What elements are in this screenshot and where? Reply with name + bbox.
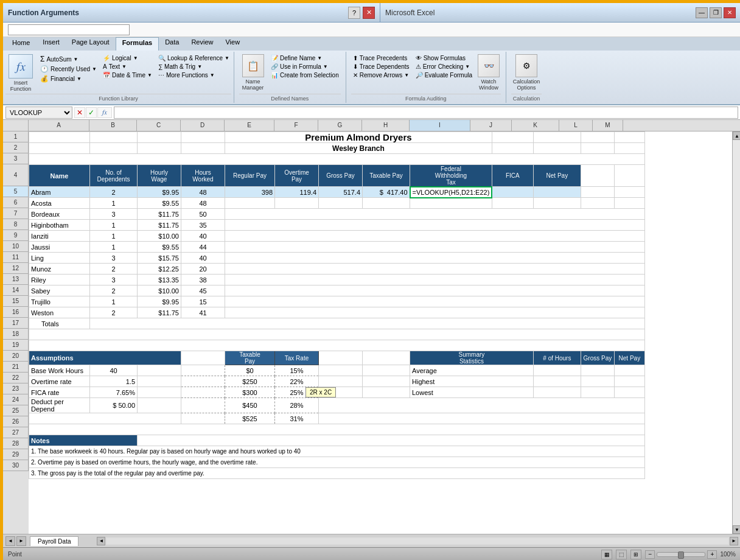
- tab-page-layout[interactable]: Page Layout: [66, 37, 116, 51]
- vertical-scrollbar[interactable]: ▲ ▼: [732, 131, 740, 534]
- row-9[interactable]: 9: [3, 230, 29, 241]
- cell-d13[interactable]: 38: [181, 275, 225, 285]
- tab-formulas[interactable]: Formulas: [116, 37, 159, 51]
- cell-f24-rate[interactable]: 28%: [275, 398, 319, 413]
- cell-b13[interactable]: 3: [90, 275, 138, 285]
- cell-a2[interactable]: [29, 143, 90, 154]
- cell-m5[interactable]: [614, 187, 644, 198]
- col-header-h[interactable]: H: [362, 120, 410, 131]
- cell-b16[interactable]: 2: [90, 307, 138, 318]
- row-15[interactable]: 15: [3, 296, 29, 307]
- row-30[interactable]: 30: [3, 460, 29, 471]
- cell-f21-rate[interactable]: 15%: [275, 365, 319, 376]
- cell-fica-rate-val[interactable]: 7.65%: [90, 387, 138, 398]
- cell-header-name[interactable]: Name: [29, 165, 90, 187]
- cell-d22[interactable]: [181, 376, 225, 387]
- cell-j5[interactable]: [492, 187, 533, 198]
- sheet-tab-extra[interactable]: [79, 539, 94, 543]
- cell-d5[interactable]: 48: [181, 187, 225, 198]
- remove-arrows-btn[interactable]: ✕ Remove Arrows ▼: [351, 71, 411, 79]
- cell-b2[interactable]: [90, 143, 138, 154]
- col-header-b[interactable]: B: [89, 120, 137, 131]
- show-formulas-btn[interactable]: 👁 Show Formulas: [414, 54, 474, 62]
- cell-summary-high-hours[interactable]: [533, 376, 581, 387]
- cell-b15[interactable]: 1: [90, 296, 138, 307]
- row-13[interactable]: 13: [3, 274, 29, 285]
- logical-btn[interactable]: ⚡ Logical ▼: [101, 54, 154, 62]
- cell-a6[interactable]: Acosta: [29, 198, 90, 209]
- cell-summary-avg[interactable]: Average: [410, 365, 534, 376]
- cell-d12[interactable]: 20: [181, 264, 225, 275]
- cell-d20[interactable]: [181, 351, 225, 365]
- cell-i6[interactable]: [410, 198, 492, 209]
- evaluate-formula-btn[interactable]: 🔎 Evaluate Formula: [414, 71, 474, 79]
- cell-k1[interactable]: [533, 132, 581, 143]
- cell-a16[interactable]: Weston: [29, 307, 90, 318]
- cell-m1[interactable]: [614, 132, 644, 143]
- row-23[interactable]: 23: [3, 383, 29, 394]
- row-17[interactable]: 17: [3, 318, 29, 329]
- row-29[interactable]: 29: [3, 449, 29, 460]
- zoom-slider[interactable]: [657, 552, 705, 557]
- cell-m4[interactable]: [614, 165, 644, 187]
- col-header-i[interactable]: I: [410, 120, 470, 131]
- cell-h6[interactable]: [363, 198, 410, 209]
- cell-header-tax[interactable]: FederalWithholdingTax: [410, 165, 492, 187]
- date-time-btn[interactable]: 📅 Date & Time ▼: [101, 71, 154, 79]
- dialog-close-btn[interactable]: ✕: [363, 7, 375, 19]
- name-box[interactable]: VLOOKUP: [5, 107, 72, 119]
- next-sheet-btn[interactable]: ►: [16, 536, 26, 546]
- cell-d6[interactable]: 48: [181, 198, 225, 209]
- cell-title[interactable]: Premium Almond Dryers: [225, 132, 492, 143]
- cell-l2[interactable]: [581, 143, 614, 154]
- cell-summary-low-gross[interactable]: [581, 387, 614, 398]
- calculation-options-btn[interactable]: ⚙ CalculationOptions: [511, 53, 542, 92]
- cell-a5-name[interactable]: Abram: [29, 187, 90, 198]
- cell-c13[interactable]: $13.35: [138, 275, 181, 285]
- cell-summary-avg-net[interactable]: [614, 365, 644, 376]
- cell-c23[interactable]: [138, 387, 181, 398]
- cell-c8[interactable]: $11.75: [138, 220, 181, 231]
- cell-d8[interactable]: 35: [181, 220, 225, 231]
- row-22[interactable]: 22: [3, 373, 29, 383]
- cell-d1[interactable]: [181, 132, 225, 143]
- cell-assumptions-header[interactable]: Assumptions: [29, 351, 181, 365]
- cell-base-work-hours-val[interactable]: 40: [90, 365, 138, 376]
- row-26[interactable]: 26: [3, 416, 29, 427]
- cell-summary-high-gross[interactable]: [581, 376, 614, 387]
- cell-a1[interactable]: [29, 132, 90, 143]
- dialog-cell-ref-input[interactable]: D21:E22: [8, 24, 130, 35]
- cell-c12[interactable]: $12.25: [138, 264, 181, 275]
- cell-summary-avg-hours[interactable]: [533, 365, 581, 376]
- cell-b7[interactable]: 3: [90, 209, 138, 220]
- cell-c1[interactable]: [138, 132, 181, 143]
- financial-btn[interactable]: 💰 Financial ▼: [38, 74, 99, 83]
- cell-summary-high[interactable]: Highest: [410, 376, 534, 387]
- cell-header-gross[interactable]: Gross Pay: [319, 165, 363, 187]
- col-header-a[interactable]: A: [29, 120, 89, 131]
- tab-view[interactable]: View: [219, 37, 246, 51]
- cell-a7[interactable]: Bordeaux: [29, 209, 90, 220]
- row-2[interactable]: 2: [3, 142, 29, 153]
- cell-summary-col3[interactable]: Net Pay: [614, 351, 644, 365]
- cell-fica-rate-label[interactable]: FICA rate: [29, 387, 90, 398]
- row-6[interactable]: 6: [3, 197, 29, 208]
- cell-e24-pay[interactable]: $450: [225, 398, 275, 413]
- cell-header-wage[interactable]: HourlyWage: [138, 165, 181, 187]
- cell-summary-high-net[interactable]: [614, 376, 644, 387]
- cell-a15[interactable]: Trujillo: [29, 296, 90, 307]
- cell-e25-pay[interactable]: $525: [225, 413, 275, 424]
- cell-note-2[interactable]: 2. Overtime pay is based on overtime hou…: [29, 457, 645, 468]
- math-trig-btn[interactable]: ∑ Math & Trig ▼: [156, 63, 231, 71]
- cell-header-dependents[interactable]: No. ofDependents: [90, 165, 138, 187]
- row-16[interactable]: 16: [3, 307, 29, 318]
- trace-precedents-btn[interactable]: ⬆ Trace Precedents: [351, 54, 411, 62]
- col-header-l[interactable]: L: [559, 120, 593, 131]
- cell-d11[interactable]: 40: [181, 253, 225, 264]
- cell-overtime-rate-label[interactable]: Overtime rate: [29, 376, 90, 387]
- col-header-g[interactable]: G: [318, 120, 362, 131]
- cell-a12[interactable]: Munoz: [29, 264, 90, 275]
- cell-c16[interactable]: $11.75: [138, 307, 181, 318]
- row-20[interactable]: 20: [3, 351, 29, 362]
- cell-d2[interactable]: [181, 143, 225, 154]
